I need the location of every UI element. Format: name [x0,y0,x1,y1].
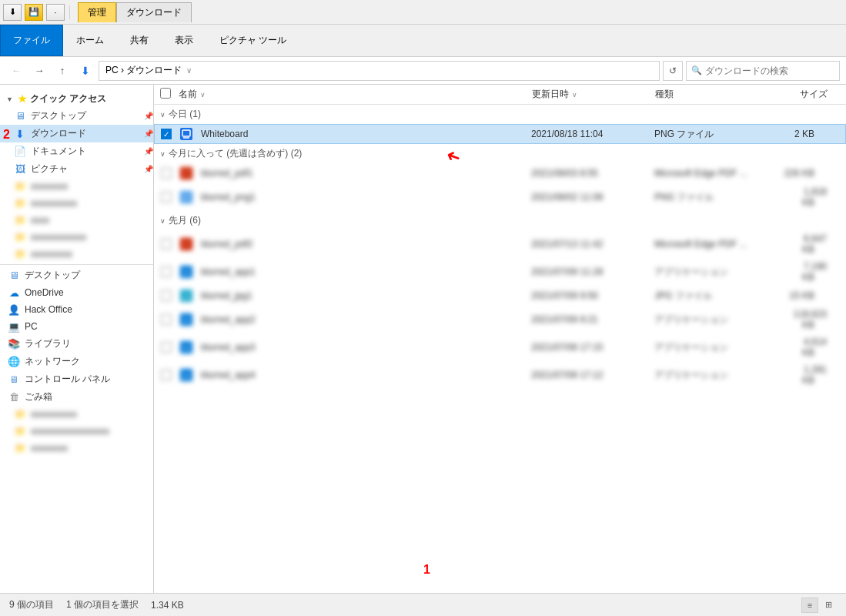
sidebar-item-network[interactable]: 🌐 ネットワーク [0,353,153,370]
sidebar-item-pictures[interactable]: 🖼 ピクチャ 📌 [0,160,153,178]
folder-icon-b3: 📁 [12,214,28,226]
ribbon-tab-share[interactable]: 共有 [117,25,162,56]
icon-lm5: A [179,340,193,354]
file-row-lm-3[interactable]: J blurred_jpg1 2021/07/09 9:50 JPG ファイル … [154,286,846,306]
sidebar-item-documents[interactable]: 📄 ドキュメント 📌 [0,142,153,160]
col-type-text: 種類 [655,89,674,99]
header-name: 名前 ∨ [179,88,532,101]
view-icons: ≡ ⊞ [801,598,837,613]
sidebar-downloads-label: ダウンロード [31,127,142,140]
blur-label-1: xxxxxxxx [31,181,153,192]
file-row-lm-4[interactable]: A blurred_app2 2021/07/09 9:21 アプリケーション … [154,306,846,333]
section-month: ∨ 今月に入って (先週は含めず) (2) [154,144,846,163]
sidebar-item-trash[interactable]: 🗑 ごみ箱 [0,388,153,406]
sidebar-item-downloads[interactable]: ⬇ ダウンロード 📌 [0,125,153,142]
sidebar-blurred-2[interactable]: 📁 xxxxxxxxxx [0,195,153,212]
sort-arrow-name: ∨ [200,91,206,99]
whiteboard-size: 2 KB [777,129,839,139]
ribbon-tab-home[interactable]: ホーム [63,25,117,56]
forward-button[interactable]: → [29,61,49,81]
ribbon-tab-picture-tools[interactable]: ピクチャ ツール [206,25,299,56]
detail-view-btn[interactable]: ≡ [801,598,818,613]
cb-lm2[interactable] [161,266,172,277]
cb-lm1[interactable] [161,239,172,249]
ribbon-tab-view[interactable]: 表示 [162,25,206,56]
sidebar-desktop-label: デスクトップ [31,109,142,122]
address-bar[interactable]: PC › ダウンロード ∨ [99,61,660,81]
whiteboard-date: 2021/08/18 11:04 [531,129,654,139]
download-nav-btn[interactable]: ⬇ [75,61,95,81]
sidebar-item-desktop-2[interactable]: 🖥 デスクトップ [0,266,153,284]
file-row-lm-2[interactable]: A blurred_app1 2021/07/09 11:28 アプリケーション… [154,258,846,286]
quick-access-label: クイック アクセス [30,92,106,105]
file-name-col-whiteboard: Whiteboard [179,127,531,141]
section-toggle-month[interactable]: ∨ [160,150,166,158]
cb-lm5[interactable] [161,342,172,353]
png-icon-whiteboard [180,128,192,140]
file-row-blur-1[interactable]: P blurred_pdf1 2021/08/03 8:55 Microsoft… [154,163,846,183]
desktop-icon: 🖥 [12,110,28,122]
select-all-checkbox[interactable] [160,88,171,99]
status-selected: 1 個の項目を選択 [66,598,139,611]
refresh-button[interactable]: ↺ [663,61,683,81]
save-titlebar-btn[interactable]: 💾 [25,4,43,21]
sidebar-blurred-5[interactable]: 📁 xxxxxxxxx [0,246,153,263]
sidebar-item-control[interactable]: 🖥 コントロール パネル [0,370,153,388]
sidebar-blurred-4[interactable]: 📁 xxxxxxxxxxxx [0,229,153,246]
cb-lm4[interactable] [161,314,172,325]
checkbox-b2[interactable] [161,192,172,203]
quick-access-header[interactable]: ▼ ★ クイック アクセス [0,88,153,107]
up-button[interactable]: ↑ [52,61,72,81]
whiteboard-type: PNG ファイル [654,128,777,141]
tab-manage[interactable]: 管理 [78,2,116,22]
sidebar-item-hackoffice[interactable]: 👤 Hack Office [0,301,153,318]
address-area: ← → ↑ ⬇ PC › ダウンロード ∨ ↺ 🔍 [0,57,846,85]
blur-label-3: xxxx [31,215,153,226]
download-titlebar-btn[interactable]: ⬇ [3,4,22,21]
ribbon-tab-file[interactable]: ファイル [0,25,63,56]
cb-lm3[interactable] [161,290,172,301]
search-box[interactable]: 🔍 [686,61,840,81]
onedrive-label: OneDrive [25,287,153,298]
address-path: PC › ダウンロード [105,64,182,77]
file-icon-b2: P [179,190,193,204]
undo-titlebar-btn[interactable]: · [46,4,65,21]
library-icon: 📚 [6,338,22,350]
checkbox-whiteboard[interactable]: ✓ [161,129,172,139]
icon-lm4: A [179,313,193,326]
sidebar: ▼ ★ クイック アクセス 🖥 デスクトップ 📌 ⬇ ダウンロード 📌 📄 ドキ… [0,85,154,593]
file-row-whiteboard[interactable]: ✓ Whiteboard 2021/08/18 11:04 [154,124,846,144]
file-row-lm-1[interactable]: P blurred_pdf2 2021/07/13 11:42 Microsof… [154,230,846,258]
sidebar-item-desktop[interactable]: 🖥 デスクトップ 📌 [0,107,153,125]
icon-lm1: P [179,237,193,251]
tab-downloads[interactable]: ダウンロード [116,2,192,22]
sidebar-blurred-6[interactable]: 📁 xxxxxxxxxx [0,406,153,423]
col-name-text: 名前 [179,88,197,101]
sidebar-item-pc[interactable]: 💻 PC [0,318,153,335]
sidebar-divider-1 [0,264,153,265]
sidebar-item-library[interactable]: 📚 ライブラリ [0,335,153,353]
status-item-count: 9 個の項目 [9,598,54,611]
back-button[interactable]: ← [6,61,26,81]
file-row-blur-2[interactable]: P blurred_png1 2021/08/02 11:08 PNG ファイル… [154,183,846,211]
sidebar-item-onedrive[interactable]: ☁ OneDrive [0,284,153,301]
cb-lm6[interactable] [161,370,172,380]
sidebar-blurred-1[interactable]: 📁 xxxxxxxx [0,178,153,195]
sidebar-blurred-8[interactable]: 📁 xxxxxxxx [0,440,153,457]
file-row-lm-5[interactable]: A blurred_app3 2021/07/08 17:15 アプリケーション… [154,333,846,361]
search-input[interactable] [705,65,834,76]
tile-view-btn[interactable]: ⊞ [820,598,837,613]
file-row-lm-6[interactable]: A blurred_app4 2021/07/08 17:12 アプリケーション… [154,361,846,389]
blur-label-7: xxxxxxxxxxxxxxxxx [31,426,153,437]
sort-arrow-date: ∨ [572,91,577,99]
sidebar-blurred-7[interactable]: 📁 xxxxxxxxxxxxxxxxx [0,423,153,440]
blur-label-5: xxxxxxxxx [31,249,153,259]
checkbox-b1[interactable] [161,168,172,179]
folder-icon-b8: 📁 [12,442,28,454]
section-toggle-today[interactable]: ∨ [160,111,166,119]
file-icon-b1: P [179,166,193,180]
sidebar-blurred-3[interactable]: 📁 xxxx [0,212,153,229]
title-bar: ⬇ 💾 · 管理 ダウンロード [0,0,846,25]
whiteboard-size-text: 2 KB [794,129,827,139]
section-toggle-lastmonth[interactable]: ∨ [160,217,166,225]
